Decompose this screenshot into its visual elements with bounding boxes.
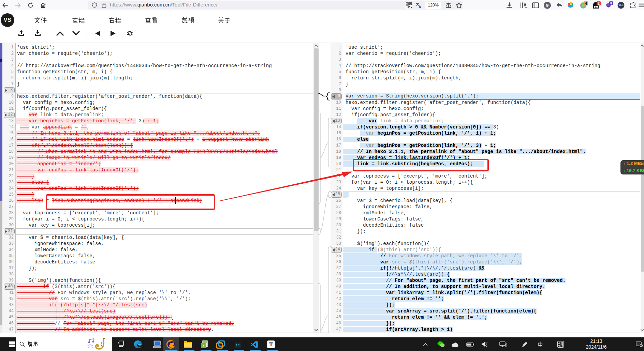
svg-text:2: 2 (598, 2, 600, 5)
svg-text:5: 5 (610, 1, 612, 5)
svg-text:4: 4 (585, 2, 587, 5)
svg-text:λ: λ (202, 344, 204, 348)
svg-text:T: T (269, 341, 273, 347)
svg-text:2: 2 (641, 345, 642, 347)
svg-text:A: A (419, 5, 421, 9)
svg-text:Web: Web (619, 4, 624, 6)
